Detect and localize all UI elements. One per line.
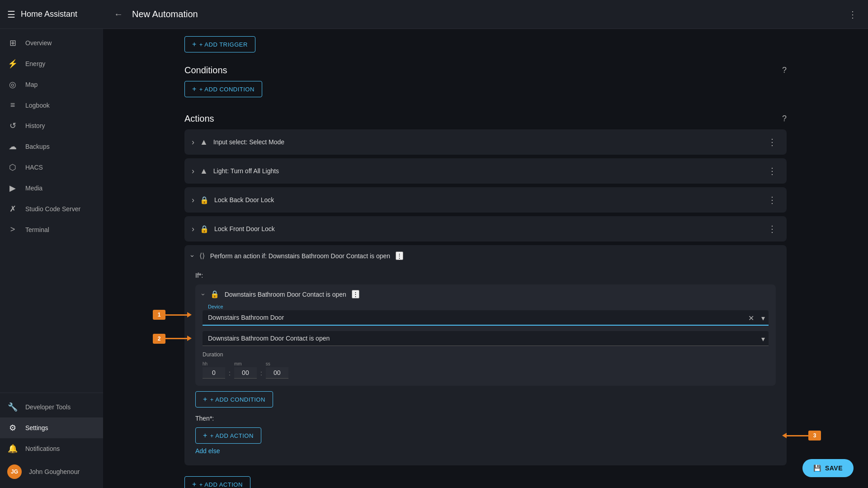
ss-label: ss xyxy=(266,361,288,366)
action-card-1-header[interactable]: › ▲ Light: Turn off All Lights ⋮ xyxy=(184,158,787,184)
conditions-help-icon[interactable]: ? xyxy=(782,66,787,75)
add-else-button[interactable]: Add else xyxy=(195,447,220,455)
sidebar-item-settings-label: Settings xyxy=(25,424,48,431)
action-card-2-header[interactable]: › 🔒 Lock Back Door Lock ⋮ xyxy=(184,187,787,213)
action-card-0: › ▲ Input select: Select Mode ⋮ xyxy=(184,129,787,155)
app-title: Home Assistant xyxy=(21,9,77,19)
map-icon: ◎ xyxy=(7,80,18,90)
device-input[interactable] xyxy=(203,310,769,326)
if-label: If*: xyxy=(195,270,776,284)
developer-tools-icon: 🔧 xyxy=(7,402,18,412)
action-card-0-header[interactable]: › ▲ Input select: Select Mode ⋮ xyxy=(184,129,787,155)
sidebar-item-map[interactable]: ◎ Map xyxy=(0,74,103,95)
arrowhead-2 xyxy=(187,336,192,341)
mm-label: mm xyxy=(234,361,257,366)
arrow-badge-3: 3 xyxy=(808,431,821,441)
sidebar-footer: 🔧 Developer Tools ⚙ Settings 🔔 Notificat… xyxy=(0,393,103,488)
sidebar-item-map-label: Map xyxy=(25,81,38,88)
add-trigger-button[interactable]: + + ADD TRIGGER xyxy=(184,36,255,52)
sidebar-item-hacs-label: HACS xyxy=(25,164,43,171)
backups-icon: ☁ xyxy=(7,142,18,152)
lock-icon-2: 🔒 xyxy=(200,196,209,204)
sidebar-item-notifications[interactable]: 🔔 Notifications xyxy=(0,438,103,459)
if-block-header[interactable]: › ⟨⟩ Perform an action if: Downstairs Ba… xyxy=(184,245,787,266)
sidebar-item-studio-code-server[interactable]: ✗ Studio Code Server xyxy=(0,199,103,219)
action-more-button-2[interactable]: ⋮ xyxy=(765,194,779,206)
action-more-button-1[interactable]: ⋮ xyxy=(765,165,779,177)
add-condition-button[interactable]: + + ADD CONDITION xyxy=(184,81,262,97)
duration-row: hh : mm : ss xyxy=(203,361,769,379)
arrow-2: 2 xyxy=(153,334,188,344)
device-field-label: Device xyxy=(203,304,769,309)
conditions-section-header: Conditions ? xyxy=(184,56,787,81)
add-condition-label: + ADD CONDITION xyxy=(199,86,255,93)
action-more-button-0[interactable]: ⋮ xyxy=(765,136,779,148)
page-title: New Automation xyxy=(132,9,839,19)
bottom-add-action-button[interactable]: + + ADD ACTION xyxy=(184,476,250,488)
content-area: + + ADD TRIGGER Conditions ? + + ADD CON… xyxy=(103,29,868,488)
duration-sep-2: : xyxy=(259,370,264,377)
bottom-action-row: + + ADD ACTION xyxy=(184,469,787,488)
user-name: John Goughenour xyxy=(29,468,80,475)
sidebar-item-developer-tools[interactable]: 🔧 Developer Tools xyxy=(0,397,103,417)
sidebar-item-history[interactable]: ↺ History xyxy=(0,115,103,136)
add-action-button[interactable]: + + ADD ACTION xyxy=(195,427,261,444)
overview-icon: ⊞ xyxy=(7,38,18,48)
user-profile[interactable]: JG John Goughenour xyxy=(0,459,103,484)
logbook-icon: ≡ xyxy=(7,100,18,110)
duration-mm-input[interactable] xyxy=(234,367,257,379)
if-icon: ⟨⟩ xyxy=(199,251,205,260)
save-label: SAVE xyxy=(825,464,843,472)
sidebar-item-media[interactable]: ▶ Media xyxy=(0,178,103,199)
sidebar-header: ☰ Home Assistant xyxy=(0,0,103,29)
add-condition-inner-label: + ADD CONDITION xyxy=(210,396,265,403)
sidebar-item-overview[interactable]: ⊞ Overview xyxy=(0,33,103,53)
sidebar-item-terminal[interactable]: > Terminal xyxy=(0,219,103,240)
action-label-3: Lock Front Door Lock xyxy=(214,225,760,232)
add-condition-inner-button[interactable]: + + ADD CONDITION xyxy=(195,391,273,407)
topbar: ← New Automation ⋮ xyxy=(103,0,868,29)
studio-code-server-icon: ✗ xyxy=(7,204,18,214)
duration-hh-input[interactable] xyxy=(203,367,225,379)
arrowhead-1 xyxy=(187,312,192,317)
add-condition-inner: + + ADD CONDITION xyxy=(195,391,776,407)
sidebar-item-energy[interactable]: ⚡ Energy xyxy=(0,53,103,74)
action-card-3: › 🔒 Lock Front Door Lock ⋮ xyxy=(184,216,787,242)
action-card-3-header[interactable]: › 🔒 Lock Front Door Lock ⋮ xyxy=(184,216,787,242)
sidebar-item-logbook-label: Logbook xyxy=(25,102,50,109)
add-trigger-label: + ADD TRIGGER xyxy=(199,41,248,48)
if-block-more-button[interactable]: ⋮ xyxy=(396,251,403,260)
back-button[interactable]: ← xyxy=(110,7,127,21)
sidebar-item-history-label: History xyxy=(25,122,45,129)
actions-help-icon[interactable]: ? xyxy=(782,114,787,123)
bottom-add-action-label: + ADD ACTION xyxy=(199,481,243,488)
menu-icon[interactable]: ☰ xyxy=(7,9,15,20)
device-input-wrapper: ✕ ▾ xyxy=(203,310,769,326)
sidebar-item-logbook[interactable]: ≡ Logbook xyxy=(0,95,103,115)
duration-label: Duration xyxy=(203,351,769,358)
duration-ss-input[interactable] xyxy=(266,367,288,379)
action-card-2: › 🔒 Lock Back Door Lock ⋮ xyxy=(184,187,787,213)
chevron-icon: › xyxy=(192,137,194,147)
sidebar-item-settings[interactable]: ⚙ Settings xyxy=(0,417,103,438)
save-button[interactable]: 💾 SAVE xyxy=(802,459,854,477)
sidebar-nav: ⊞ Overview ⚡ Energy ◎ Map ≡ Logbook ↺ Hi… xyxy=(0,29,103,393)
action-label-2: Lock Back Door Lock xyxy=(214,196,760,204)
arrow-badge-2: 2 xyxy=(153,334,165,344)
arrow-3: 3 xyxy=(786,431,821,441)
condition-select[interactable]: Downstairs Bathroom Door Contact is open xyxy=(203,331,769,346)
lock-icon-3: 🔒 xyxy=(200,225,209,233)
sidebar-item-media-label: Media xyxy=(25,185,42,192)
plus-icon-inner: + xyxy=(203,395,208,403)
action-more-button-3[interactable]: ⋮ xyxy=(765,223,779,235)
chevron-icon-1: › xyxy=(192,166,194,176)
device-input-clear[interactable]: ✕ xyxy=(748,314,754,322)
sidebar-item-backups[interactable]: ☁ Backups xyxy=(0,136,103,157)
if-condition-more-button[interactable]: ⋮ xyxy=(352,290,359,298)
history-icon: ↺ xyxy=(7,121,18,131)
hacs-icon: ⬡ xyxy=(7,162,18,172)
topbar-more-button[interactable]: ⋮ xyxy=(844,7,861,22)
plus-icon-cond: + xyxy=(192,85,197,93)
sidebar-item-hacs[interactable]: ⬡ HACS xyxy=(0,157,103,178)
if-condition-header[interactable]: › 🔒 Downstairs Bathroom Door Contact is … xyxy=(195,284,776,304)
